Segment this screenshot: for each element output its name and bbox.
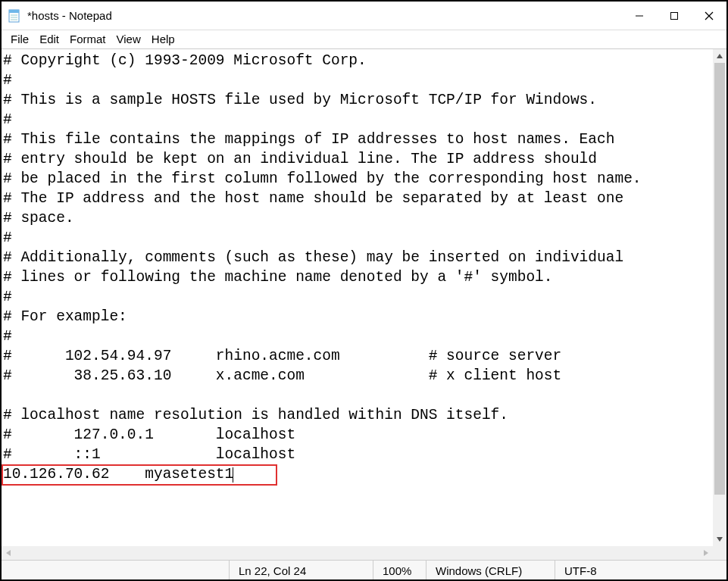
close-button[interactable] bbox=[692, 4, 726, 28]
horizontal-scrollbar[interactable] bbox=[2, 546, 713, 560]
menubar: File Edit Format View Help bbox=[2, 30, 726, 48]
maximize-button[interactable] bbox=[657, 4, 692, 28]
vscroll-track[interactable] bbox=[713, 63, 726, 533]
svg-marker-11 bbox=[6, 550, 11, 556]
titlebar[interactable]: *hosts - Notepad bbox=[2, 2, 726, 30]
menu-help[interactable]: Help bbox=[147, 33, 180, 45]
svg-marker-12 bbox=[704, 550, 708, 556]
menu-view[interactable]: View bbox=[112, 33, 145, 45]
editor-area: # Copyright (c) 1993-2009 Microsoft Corp… bbox=[2, 48, 726, 560]
svg-marker-10 bbox=[717, 537, 723, 542]
status-line-ending: Windows (CRLF) bbox=[426, 561, 555, 579]
status-encoding: UTF-8 bbox=[555, 561, 726, 579]
text-editor[interactable]: # Copyright (c) 1993-2009 Microsoft Corp… bbox=[2, 49, 713, 546]
scroll-down-icon[interactable] bbox=[713, 533, 726, 546]
menu-file[interactable]: File bbox=[6, 33, 33, 45]
notepad-icon bbox=[8, 9, 21, 23]
scroll-up-icon[interactable] bbox=[713, 49, 726, 63]
svg-rect-6 bbox=[671, 12, 678, 19]
window-title: *hosts - Notepad bbox=[27, 9, 112, 22]
status-zoom: 100% bbox=[373, 561, 426, 579]
scroll-corner bbox=[713, 546, 726, 560]
svg-rect-1 bbox=[9, 10, 19, 13]
menu-format[interactable]: Format bbox=[65, 33, 111, 45]
menu-edit[interactable]: Edit bbox=[35, 33, 64, 45]
notepad-window: *hosts - Notepad File Edit Format View H… bbox=[0, 0, 728, 581]
status-position: Ln 22, Col 24 bbox=[229, 561, 373, 579]
vertical-scrollbar[interactable] bbox=[713, 49, 726, 546]
status-empty bbox=[2, 561, 229, 579]
scroll-right-icon[interactable] bbox=[699, 546, 713, 560]
statusbar: Ln 22, Col 24 100% Windows (CRLF) UTF-8 bbox=[2, 560, 726, 579]
hscroll-track[interactable] bbox=[15, 546, 699, 560]
minimize-button[interactable] bbox=[622, 4, 657, 28]
vscroll-thumb[interactable] bbox=[714, 63, 725, 495]
svg-marker-9 bbox=[717, 54, 723, 58]
scroll-left-icon[interactable] bbox=[2, 546, 15, 560]
